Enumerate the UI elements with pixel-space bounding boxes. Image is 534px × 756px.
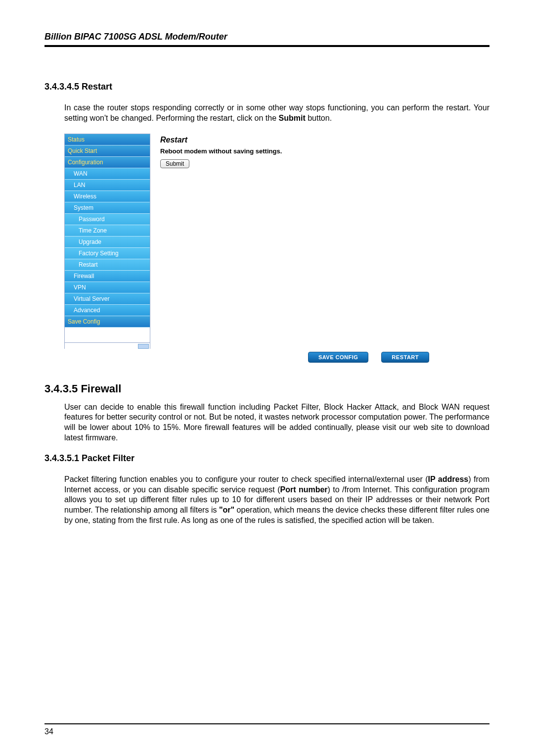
embedded-ui-screenshot: Status Quick Start Configuration WAN LAN… — [64, 134, 430, 363]
text-bold-or: "or" — [219, 506, 234, 514]
sidebar-item-lan[interactable]: LAN — [65, 180, 150, 191]
sidebar-item-factory-setting[interactable]: Factory Setting — [65, 248, 150, 259]
footer-rule — [44, 723, 490, 724]
text-bold-port-number: Port number — [280, 485, 327, 494]
ui-body: Status Quick Start Configuration WAN LAN… — [64, 134, 430, 349]
document-page: Billion BIPAC 7100SG ADSL Modem/Router 3… — [0, 0, 534, 756]
sidebar-item-virtual-server[interactable]: Virtual Server — [65, 293, 150, 305]
sidebar: Status Quick Start Configuration WAN LAN… — [64, 134, 150, 349]
sidebar-item-time-zone[interactable]: Time Zone — [65, 225, 150, 236]
action-bar: SAVE CONFIG RESTART — [64, 352, 430, 363]
submit-button[interactable]: Submit — [160, 159, 189, 168]
paragraph-packet-filter: Packet filtering function enables you to… — [64, 474, 490, 526]
paragraph-firewall: User can decide to enable this firewall … — [64, 402, 490, 443]
document-footer: 34 — [44, 723, 490, 736]
sidebar-item-configuration[interactable]: Configuration — [65, 157, 150, 168]
sidebar-item-restart[interactable]: Restart — [65, 259, 150, 271]
text: In case the router stops responding corr… — [64, 103, 490, 122]
save-config-button[interactable]: SAVE CONFIG — [308, 352, 368, 363]
section-heading-packet-filter: 3.4.3.5.1 Packet Filter — [44, 453, 490, 464]
restart-button[interactable]: RESTART — [381, 352, 429, 363]
section-heading-firewall: 3.4.3.5 Firewall — [44, 382, 490, 395]
text-bold-submit: Submit — [279, 114, 306, 122]
sidebar-item-firewall[interactable]: Firewall — [65, 271, 150, 282]
sidebar-item-quick-start[interactable]: Quick Start — [65, 145, 150, 157]
sidebar-item-upgrade[interactable]: Upgrade — [65, 236, 150, 248]
content-pane: Restart Reboot modem without saving sett… — [150, 134, 430, 349]
sidebar-scrollbar[interactable] — [65, 342, 150, 349]
section-heading-restart: 3.4.3.4.5 Restart — [44, 82, 490, 92]
sidebar-item-wireless[interactable]: Wireless — [65, 191, 150, 202]
sidebar-item-system[interactable]: System — [65, 202, 150, 214]
sidebar-item-status[interactable]: Status — [65, 134, 150, 145]
document-header: Billion BIPAC 7100SG ADSL Modem/Router — [44, 32, 490, 47]
sidebar-item-advanced[interactable]: Advanced — [65, 305, 150, 316]
paragraph-restart: In case the router stops responding corr… — [64, 103, 490, 124]
sidebar-item-save-config[interactable]: Save Config — [65, 316, 150, 328]
content-title: Restart — [160, 136, 425, 144]
sidebar-item-password[interactable]: Password — [65, 214, 150, 225]
page-number: 34 — [44, 727, 53, 736]
sidebar-item-vpn[interactable]: VPN — [65, 282, 150, 293]
content-subtitle: Reboot modem without saving settings. — [160, 147, 425, 155]
sidebar-spacer — [65, 328, 150, 342]
text: Packet filtering function enables you to… — [64, 475, 428, 483]
text: button. — [306, 114, 332, 122]
text-bold-ip-address: IP address — [428, 475, 469, 483]
sidebar-item-wan[interactable]: WAN — [65, 168, 150, 180]
